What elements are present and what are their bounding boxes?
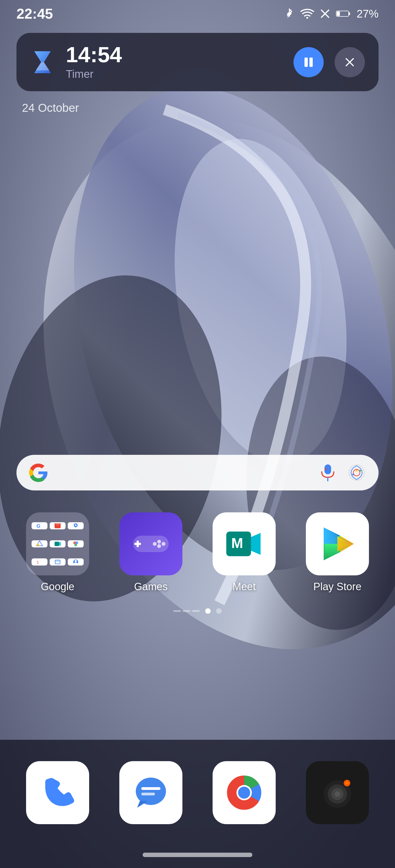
timer-info: 14:54 Timer <box>66 44 283 80</box>
battery-icon <box>336 9 351 18</box>
app-item-playstore[interactable]: Play Store <box>296 513 378 593</box>
svg-point-53 <box>157 544 161 548</box>
meet-icon: M <box>213 513 276 576</box>
svg-marker-35 <box>36 543 39 546</box>
page-line-2 <box>183 610 190 612</box>
svg-marker-14 <box>36 62 49 70</box>
app-item-games[interactable]: Games <box>110 513 192 593</box>
svg-rect-37 <box>55 542 59 546</box>
timer-close-button[interactable] <box>335 47 365 77</box>
timer-notification: 14:54 Timer <box>17 33 378 91</box>
dock-item-camera[interactable] <box>296 761 378 824</box>
svg-point-26 <box>352 474 354 475</box>
page-dot-2[interactable] <box>216 608 222 614</box>
app-grid: G 1 <box>17 513 378 593</box>
bluetooth-icon <box>284 7 295 21</box>
messages-icon <box>119 761 182 824</box>
svg-point-24 <box>356 470 358 471</box>
svg-rect-43 <box>55 560 60 564</box>
search-bar[interactable] <box>17 455 378 491</box>
svg-point-47 <box>74 562 78 565</box>
date-label: 24 October <box>22 101 79 115</box>
page-indicators <box>0 608 395 614</box>
svg-point-25 <box>359 470 361 471</box>
timer-pause-button[interactable] <box>293 47 324 77</box>
timer-countdown: 14:54 <box>66 44 283 66</box>
hourglass-icon <box>30 50 55 74</box>
app-name-meet: Meet <box>233 581 256 593</box>
page-line-3 <box>192 610 200 612</box>
svg-rect-16 <box>309 58 313 67</box>
svg-marker-65 <box>337 536 352 552</box>
svg-point-41 <box>74 544 77 546</box>
svg-rect-11 <box>349 12 350 15</box>
games-icon <box>119 513 182 576</box>
lens-icon[interactable] <box>346 462 368 484</box>
svg-point-51 <box>157 540 161 544</box>
app-name-games: Games <box>134 581 168 593</box>
svg-rect-69 <box>141 787 161 790</box>
camera-icon <box>306 761 369 824</box>
status-time: 22:45 <box>17 5 53 22</box>
wifi-icon <box>300 8 314 19</box>
status-icons: 27% <box>284 7 378 21</box>
dock-item-phone[interactable] <box>17 761 99 824</box>
google-folder-icon: G 1 <box>26 513 89 576</box>
svg-point-78 <box>335 791 340 797</box>
page-dot-1-active[interactable] <box>205 608 211 614</box>
svg-point-54 <box>153 542 157 546</box>
svg-point-46 <box>75 560 77 562</box>
dock <box>17 761 378 824</box>
svg-text:M: M <box>231 535 243 551</box>
svg-point-80 <box>345 781 349 785</box>
svg-marker-38 <box>59 542 61 546</box>
signal-icon <box>319 8 331 19</box>
svg-rect-15 <box>305 58 308 67</box>
svg-rect-12 <box>337 11 340 16</box>
google-logo <box>27 462 49 484</box>
svg-rect-70 <box>141 793 155 796</box>
page-lines <box>173 610 200 612</box>
app-item-meet[interactable]: M Meet <box>203 513 285 593</box>
wallpaper <box>0 0 395 868</box>
status-bar: 22:45 27% <box>0 0 395 27</box>
svg-point-33 <box>75 524 77 526</box>
home-bar <box>143 852 252 857</box>
chrome-icon <box>213 761 276 824</box>
svg-rect-21 <box>325 468 327 470</box>
app-item-google[interactable]: G 1 <box>17 513 99 593</box>
play-store-icon <box>306 513 369 576</box>
app-name-playstore: Play Store <box>313 581 361 593</box>
timer-label: Timer <box>66 68 283 80</box>
svg-text:1: 1 <box>37 560 39 564</box>
dock-item-messages[interactable] <box>110 761 192 824</box>
svg-rect-50 <box>134 543 141 545</box>
svg-point-7 <box>306 17 308 19</box>
svg-text:G: G <box>36 523 40 529</box>
svg-point-73 <box>238 786 250 799</box>
app-name-google: Google <box>41 581 75 593</box>
dock-item-chrome[interactable] <box>203 761 285 824</box>
phone-icon <box>26 761 89 824</box>
page-line-1 <box>173 610 181 612</box>
microphone-icon[interactable] <box>318 463 337 482</box>
battery-percentage: 27% <box>357 8 378 20</box>
svg-marker-56 <box>251 533 261 555</box>
svg-point-52 <box>162 542 165 546</box>
